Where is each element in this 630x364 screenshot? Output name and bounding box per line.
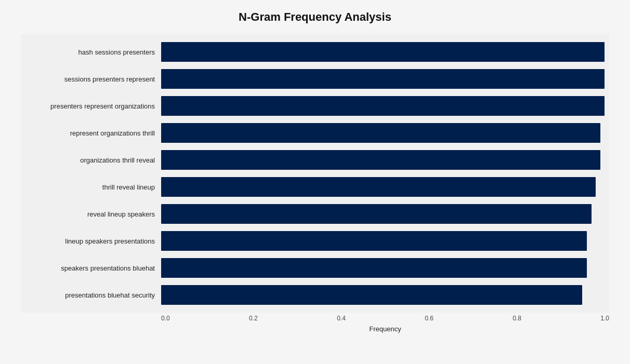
bar-label: hash sessions presenters <box>21 48 161 56</box>
x-axis-area: 0.00.20.40.60.81.0 Frequency <box>21 315 609 333</box>
bar-row: reveal lineup speakers <box>21 200 609 227</box>
bar-row: presenters represent organizations <box>21 92 609 119</box>
chart-area: hash sessions presenterssessions present… <box>21 34 609 333</box>
bar-track <box>161 231 609 251</box>
bar-fill <box>161 69 605 89</box>
bar-fill <box>161 204 592 224</box>
bar-track <box>161 258 609 278</box>
bar-fill <box>161 258 587 278</box>
x-axis-ticks: 0.00.20.40.60.81.0 <box>21 315 609 322</box>
bar-row: speakers presentations bluehat <box>21 254 609 281</box>
bar-row: lineup speakers presentations <box>21 227 609 254</box>
x-axis-tick: 0.8 <box>513 315 600 322</box>
bar-label: thrill reveal lineup <box>21 183 161 191</box>
x-axis-tick: 0.6 <box>425 315 513 322</box>
bar-row: thrill reveal lineup <box>21 173 609 200</box>
bar-track <box>161 123 609 143</box>
x-axis-tick: 0.0 <box>161 315 249 322</box>
x-axis-tick: 1.0 <box>600 315 609 322</box>
bar-row: hash sessions presenters <box>21 38 609 65</box>
bar-fill <box>161 285 582 305</box>
bar-fill <box>161 150 600 170</box>
bar-track <box>161 177 609 197</box>
x-axis-tick: 0.4 <box>337 315 425 322</box>
chart-title: N-Gram Frequency Analysis <box>239 10 391 24</box>
bar-track <box>161 96 609 116</box>
bar-label: lineup speakers presentations <box>21 237 161 245</box>
bar-label: sessions presenters represent <box>21 75 161 83</box>
x-axis-tick: 0.2 <box>249 315 337 322</box>
bar-label: organizations thrill reveal <box>21 156 161 164</box>
bar-fill <box>161 177 596 197</box>
bar-fill <box>161 231 587 251</box>
bar-track <box>161 69 609 89</box>
bar-label: presentations bluehat security <box>21 291 161 299</box>
bar-track <box>161 285 609 305</box>
bar-row: organizations thrill reveal <box>21 146 609 173</box>
bar-row: represent organizations thrill <box>21 119 609 146</box>
bar-fill <box>161 123 600 143</box>
bar-label: presenters represent organizations <box>21 102 161 110</box>
bar-row: presentations bluehat security <box>21 281 609 308</box>
bar-track <box>161 42 609 62</box>
bar-track <box>161 150 609 170</box>
chart-container: N-Gram Frequency Analysis hash sessions … <box>0 0 630 364</box>
x-axis-label: Frequency <box>21 325 609 333</box>
bar-fill <box>161 96 605 116</box>
bar-fill <box>161 42 605 62</box>
bar-label: speakers presentations bluehat <box>21 264 161 272</box>
bar-row: sessions presenters represent <box>21 65 609 92</box>
bars-section: hash sessions presenterssessions present… <box>21 34 609 313</box>
bar-track <box>161 204 609 224</box>
bar-label: reveal lineup speakers <box>21 210 161 218</box>
bar-label: represent organizations thrill <box>21 129 161 137</box>
